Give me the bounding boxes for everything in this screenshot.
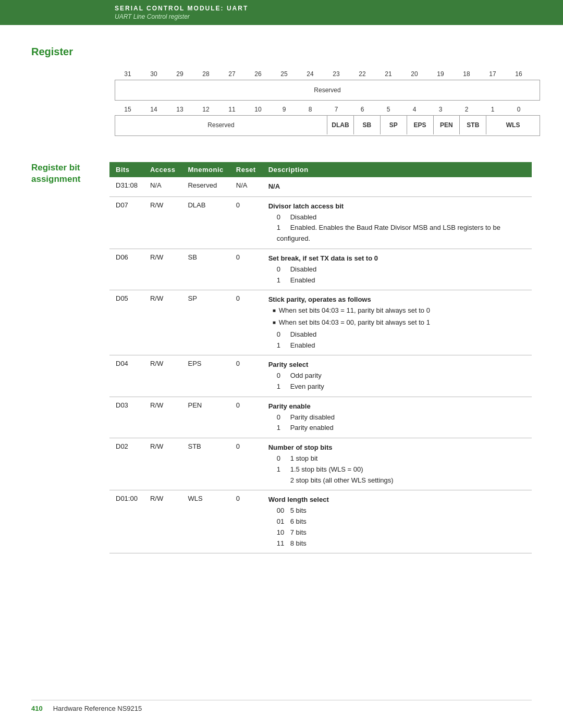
cell-bits: D31:08 — [109, 177, 144, 196]
upper-reserved-label: Reserved — [314, 87, 340, 94]
bit-num-12: 12 — [193, 106, 219, 113]
page-footer: 410 Hardware Reference NS9215 — [31, 700, 532, 712]
bit-num-8: 8 — [297, 106, 323, 113]
cell-mnemonic: Reserved — [181, 177, 229, 196]
lower-register: 15 14 13 12 11 10 9 8 7 6 5 4 3 2 1 0 Re… — [115, 106, 532, 136]
bit-num-6: 6 — [349, 106, 375, 113]
cell-description: Word length select005 bits016 bits107 bi… — [262, 490, 532, 553]
table-row: D06R/WSB0Set break, if set TX data is se… — [109, 249, 532, 290]
bit-num-23: 23 — [323, 70, 349, 78]
desc-item: 118 bits — [268, 538, 525, 549]
cell-reset: 0 — [230, 438, 262, 490]
cell-access: R/W — [144, 290, 182, 355]
cell-access: R/W — [144, 438, 182, 490]
cell-access: R/W — [144, 249, 182, 290]
cell-access: R/W — [144, 355, 182, 397]
table-row: D04R/WEPS0Parity select0Odd parity1Even … — [109, 355, 532, 397]
desc-main: Divisor latch access bit — [268, 201, 525, 212]
desc-item: 0Disabled — [268, 329, 525, 340]
cell-bits: D05 — [109, 290, 144, 355]
footer-page-number: 410 — [31, 705, 43, 712]
desc-item: 1Enabled — [268, 340, 525, 351]
bit-num-14: 14 — [141, 106, 167, 113]
bit-num-29: 29 — [167, 70, 193, 78]
cell-bits: D01:00 — [109, 490, 144, 553]
desc-main: Parity select — [268, 360, 525, 371]
cell-reset: N/A — [230, 177, 262, 196]
cell-mnemonic: STB — [181, 438, 229, 490]
reg-bit-heading: Register bit assignment — [31, 162, 109, 185]
lower-bit-numbers-row: 15 14 13 12 11 10 9 8 7 6 5 4 3 2 1 0 — [115, 106, 532, 113]
cell-description: N/A — [262, 177, 532, 196]
bit-num-16: 16 — [506, 70, 532, 78]
cell-mnemonic: SB — [181, 249, 229, 290]
table-row: D02R/WSTB0Number of stop bits01 stop bit… — [109, 438, 532, 490]
register-heading: Register — [31, 46, 532, 58]
desc-item: 016 bits — [268, 516, 525, 527]
bit-num-25: 25 — [271, 70, 297, 78]
desc-item: 11.5 stop bits (WLS = 00) — [268, 464, 525, 475]
desc-main: Stick parity, operates as follows — [268, 294, 525, 305]
header-bar: SERIAL CONTROL MODULE: UART UART Line Co… — [0, 0, 563, 25]
bit-num-21: 21 — [375, 70, 401, 78]
col-access: Access — [144, 162, 182, 177]
cell-bits: D02 — [109, 438, 144, 490]
bit-num-13: 13 — [167, 106, 193, 113]
desc-item: ■When set bits 04:03 = 00, parity bit al… — [268, 317, 525, 328]
header-title: SERIAL CONTROL MODULE: UART — [115, 5, 248, 12]
bit-num-4: 4 — [401, 106, 427, 113]
bit-num-7: 7 — [323, 106, 349, 113]
cell-access: R/W — [144, 490, 182, 553]
desc-main: Parity enable — [268, 401, 525, 412]
bit-num-19: 19 — [427, 70, 454, 78]
lower-reserved-cell: Reserved — [115, 116, 327, 134]
cell-access: N/A — [144, 177, 182, 196]
cell-bits: D04 — [109, 355, 144, 397]
desc-item: 1Enabled. Enables the Baud Rate Divisor … — [268, 223, 525, 244]
desc-item: 0Odd parity — [268, 371, 525, 381]
cell-reset: 0 — [230, 490, 262, 553]
desc-main: Set break, if set TX data is set to 0 — [268, 253, 525, 264]
bit-num-30: 30 — [141, 70, 167, 78]
bit-num-5: 5 — [375, 106, 401, 113]
dlab-cell: DLAB — [327, 116, 354, 134]
upper-reserved-cell: Reserved — [115, 80, 540, 101]
bit-num-2: 2 — [454, 106, 480, 113]
lower-reg-row: Reserved DLAB SB SP EPS PEN STB WLS — [115, 115, 540, 136]
bit-num-27: 27 — [219, 70, 245, 78]
cell-mnemonic: WLS — [181, 490, 229, 553]
table-row: D01:00R/WWLS0Word length select005 bits0… — [109, 490, 532, 553]
bit-num-17: 17 — [480, 70, 506, 78]
cell-mnemonic: EPS — [181, 355, 229, 397]
bit-num-15: 15 — [115, 106, 141, 113]
bit-num-22: 22 — [349, 70, 375, 78]
table-row: D31:08N/AReservedN/AN/A — [109, 177, 532, 196]
cell-bits: D03 — [109, 397, 144, 438]
bit-num-11: 11 — [219, 106, 245, 113]
cell-reset: 0 — [230, 196, 262, 249]
bit-assignment-section: Register bit assignment Bits Access Mnem… — [31, 162, 532, 553]
bit-num-3: 3 — [427, 106, 454, 113]
desc-main: N/A — [268, 181, 525, 192]
desc-main: Word length select — [268, 495, 525, 505]
desc-item: 1Enabled — [268, 275, 525, 286]
col-mnemonic: Mnemonic — [181, 162, 229, 177]
sb-cell: SB — [354, 116, 381, 134]
cell-reset: 0 — [230, 290, 262, 355]
wls-cell: WLS — [486, 116, 540, 134]
header-text-block: SERIAL CONTROL MODULE: UART UART Line Co… — [115, 5, 248, 20]
desc-item: 0Disabled — [268, 264, 525, 275]
cell-mnemonic: DLAB — [181, 196, 229, 249]
table-row: D07R/WDLAB0Divisor latch access bit0Disa… — [109, 196, 532, 249]
bit-num-28: 28 — [193, 70, 219, 78]
cell-description: Set break, if set TX data is set to 00Di… — [262, 249, 532, 290]
desc-item: 01 stop bit — [268, 453, 525, 464]
col-reset: Reset — [230, 162, 262, 177]
eps-cell: EPS — [407, 116, 434, 134]
left-label: Register bit assignment — [31, 162, 109, 553]
cell-description: Parity select0Odd parity1Even parity — [262, 355, 532, 397]
desc-item: 005 bits — [268, 505, 525, 516]
cell-description: Parity enable0Parity disabled1Parity ena… — [262, 397, 532, 438]
desc-item: ■When set bits 04:03 = 11, parity bit al… — [268, 305, 525, 316]
cell-description: Stick parity, operates as follows■When s… — [262, 290, 532, 355]
